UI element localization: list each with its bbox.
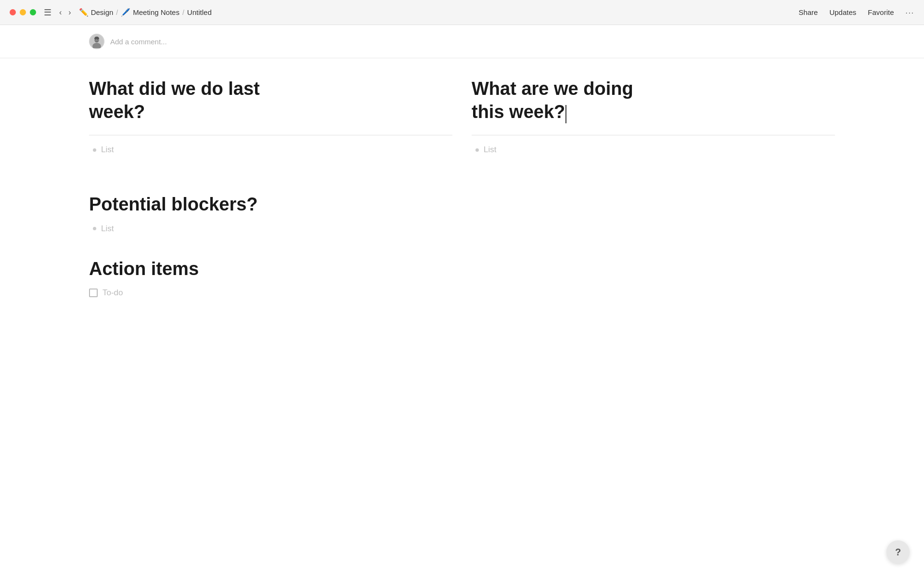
bullet-icon bbox=[475, 148, 479, 152]
share-button[interactable]: Share bbox=[798, 8, 818, 16]
content-area: Add a comment... What did we do lastweek… bbox=[0, 25, 924, 578]
title-bar-left: ☰ ‹ › ✏️ Design / 🖊️ Meeting Notes / Unt… bbox=[10, 7, 212, 18]
close-button[interactable] bbox=[10, 9, 16, 15]
this-week-divider bbox=[472, 135, 835, 135]
breadcrumb-meeting-notes[interactable]: 🖊️ Meeting Notes bbox=[121, 8, 180, 17]
last-week-section: What did we do lastweek? List bbox=[89, 78, 452, 164]
text-cursor bbox=[565, 105, 566, 123]
traffic-lights bbox=[10, 9, 36, 15]
breadcrumb-sep-1: / bbox=[116, 9, 118, 16]
title-bar: ☰ ‹ › ✏️ Design / 🖊️ Meeting Notes / Unt… bbox=[0, 0, 924, 25]
breadcrumb-untitled-label: Untitled bbox=[187, 8, 212, 16]
pencil-icon: ✏️ bbox=[79, 8, 89, 17]
this-week-section: What are we doingthis week? List bbox=[472, 78, 835, 164]
breadcrumb-design[interactable]: ✏️ Design bbox=[79, 8, 114, 17]
this-week-list-item[interactable]: List bbox=[472, 145, 835, 155]
title-bar-right: Share Updates Favorite ··· bbox=[798, 8, 914, 16]
favorite-button[interactable]: Favorite bbox=[868, 8, 894, 16]
two-column-section: What did we do lastweek? List What are w… bbox=[89, 78, 835, 164]
todo-placeholder: To-do bbox=[103, 288, 123, 298]
bullet-icon bbox=[93, 148, 96, 152]
last-week-divider bbox=[89, 135, 452, 135]
todo-item[interactable]: To-do bbox=[89, 288, 835, 298]
checkbox[interactable] bbox=[89, 289, 98, 297]
breadcrumb-untitled[interactable]: Untitled bbox=[187, 8, 212, 16]
help-button[interactable]: ? bbox=[886, 540, 910, 564]
minimize-button[interactable] bbox=[20, 9, 26, 15]
pen-icon: 🖊️ bbox=[121, 8, 130, 17]
bullet-icon bbox=[93, 227, 96, 230]
breadcrumb-design-label: Design bbox=[91, 8, 114, 16]
updates-button[interactable]: Updates bbox=[829, 8, 856, 16]
blockers-list-placeholder: List bbox=[101, 224, 114, 234]
forward-button[interactable]: › bbox=[66, 7, 73, 18]
last-week-title: What did we do lastweek? bbox=[89, 78, 452, 123]
breadcrumb-meeting-notes-label: Meeting Notes bbox=[133, 8, 180, 16]
last-week-list-item[interactable]: List bbox=[89, 145, 452, 155]
this-week-list-placeholder: List bbox=[484, 145, 496, 155]
doc-body: What did we do lastweek? List What are w… bbox=[0, 58, 924, 341]
svg-point-4 bbox=[97, 39, 98, 40]
more-button[interactable]: ··· bbox=[905, 8, 914, 16]
comment-bar[interactable]: Add a comment... bbox=[0, 25, 924, 58]
last-week-list-placeholder: List bbox=[101, 145, 114, 155]
this-week-title: What are we doingthis week? bbox=[472, 78, 835, 123]
comment-placeholder[interactable]: Add a comment... bbox=[110, 38, 167, 46]
avatar bbox=[89, 34, 104, 49]
breadcrumb-sep-2: / bbox=[182, 9, 184, 16]
action-items-section: Action items To-do bbox=[89, 258, 835, 298]
blockers-title: Potential blockers? bbox=[89, 193, 835, 216]
hamburger-icon[interactable]: ☰ bbox=[44, 7, 51, 18]
breadcrumb: ✏️ Design / 🖊️ Meeting Notes / Untitled bbox=[79, 8, 212, 17]
nav-arrows: ‹ › bbox=[57, 7, 73, 18]
action-items-title: Action items bbox=[89, 258, 835, 281]
blockers-list-item[interactable]: List bbox=[89, 224, 835, 234]
svg-point-3 bbox=[95, 39, 96, 40]
blockers-section: Potential blockers? List bbox=[89, 193, 835, 234]
maximize-button[interactable] bbox=[30, 9, 36, 15]
back-button[interactable]: ‹ bbox=[57, 7, 64, 18]
